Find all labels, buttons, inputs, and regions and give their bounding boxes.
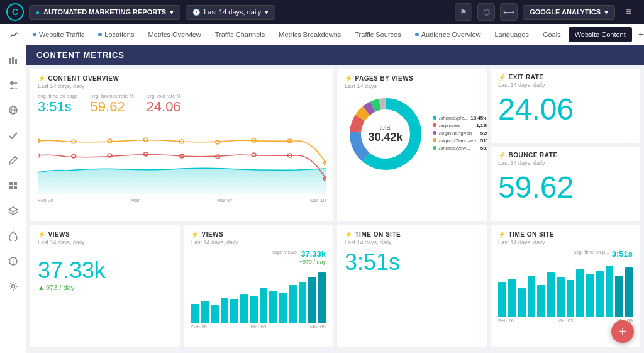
bar-item <box>576 269 584 317</box>
svg-point-19 <box>108 139 112 143</box>
sidebar-icon-info[interactable]: i <box>5 253 21 269</box>
bar-item <box>318 272 326 323</box>
sidebar-icon-grid[interactable] <box>5 177 21 194</box>
bar-item <box>557 277 565 317</box>
tab-traffic-sources[interactable]: Traffic Sources <box>348 27 407 42</box>
pages-row: /shared/p/z... 18.45k /61% <box>433 115 487 121</box>
tab-locations[interactable]: Locations <box>92 27 140 42</box>
tab-languages[interactable]: Languages <box>488 27 535 42</box>
svg-point-31 <box>216 155 220 159</box>
logo: C <box>6 3 24 21</box>
svg-point-4 <box>14 82 17 85</box>
content-area: CONTENT METRICS ⚡ CONTENT OVERVIEW Last … <box>26 45 644 353</box>
svg-point-22 <box>216 140 220 144</box>
tab-goals[interactable]: Goals <box>536 27 567 42</box>
tab-traffic-channels[interactable]: Traffic Channels <box>209 27 271 42</box>
exit-rate-card: ⚡ EXIT RATE Last 14 days, daily 24.06 <box>491 69 640 143</box>
sidebar-icon-settings[interactable] <box>5 278 21 294</box>
analytics-selector[interactable]: GOOGLE ANALYTICS ▾ <box>523 5 615 20</box>
bar-item <box>547 272 555 317</box>
exit-bounce-split: ⚡ EXIT RATE Last 14 days, daily 24.06 ⚡ … <box>491 69 640 221</box>
bounce-rate-value: 59.62 <box>498 172 633 203</box>
pages-row: /shared/yqw... 501 /2% <box>433 145 487 151</box>
chart-labels: Feb 26 Mar Mar 07 Mar 10 <box>38 198 326 203</box>
donut-chart: total 30.42k <box>345 93 426 175</box>
pages-table-left: /shared/p/z... 18.45k /61% /agencies 1,1… <box>433 115 487 153</box>
time-on-site-value: 3:51s <box>345 249 479 276</box>
tab-metrics-overview[interactable]: Metrics Overview <box>142 27 207 42</box>
time-bar-chart <box>498 260 633 317</box>
content-header: CONTENT METRICS <box>26 45 644 65</box>
svg-point-16 <box>11 285 14 288</box>
pages-row: /login?lang=en 526 /2% <box>433 130 487 136</box>
share-icon[interactable]: ⬡ <box>477 3 495 21</box>
bar-item <box>625 267 633 317</box>
svg-marker-13 <box>9 207 18 212</box>
svg-rect-10 <box>14 182 17 185</box>
bounce-rate-card: ⚡ BOUNCE RATE Last 14 days, daily 59.62 <box>491 147 640 221</box>
sidebar: i <box>0 45 26 353</box>
bounce-rate-title: ⚡ BOUNCE RATE <box>498 152 633 159</box>
bar-item <box>191 304 199 323</box>
sub-nav: Website Traffic Locations Metrics Overvi… <box>0 24 644 45</box>
views-chart-title: ⚡ VIEWS <box>191 231 326 238</box>
bar-item <box>537 285 545 317</box>
tab-metrics-breakdowns[interactable]: Metrics Breakdowns <box>272 27 347 42</box>
views-chart-card: ⚡ VIEWS Last 14 days, daily page views 3… <box>184 225 333 347</box>
bar-item <box>308 277 316 323</box>
avg-time-metric: avg. time on page 3:51s <box>38 93 78 115</box>
time-chart-labels: Feb 26 Mar 03 Mar 09 <box>498 318 633 323</box>
svg-rect-1 <box>12 57 14 64</box>
pages-by-views-title: ⚡ PAGES BY VIEWS <box>345 75 479 82</box>
sidebar-icon-check[interactable] <box>5 127 21 143</box>
bar-item <box>250 296 258 323</box>
bar-item <box>615 276 623 317</box>
sidebar-icon-layers[interactable] <box>5 203 21 219</box>
pages-by-views-card: ⚡ PAGES BY VIEWS Last 14 days <box>337 69 487 221</box>
svg-rect-12 <box>14 186 17 189</box>
report-selector[interactable]: ● AUTOMATED MARKETING REPORTS ▾ <box>29 5 180 20</box>
bar-item <box>299 282 307 323</box>
sidebar-icon-chart[interactable] <box>5 52 21 68</box>
tab-chart-icon[interactable] <box>4 27 25 42</box>
bar-item <box>201 301 209 323</box>
date-selector[interactable]: 🕐 Last 14 days, daily ▾ <box>186 5 275 20</box>
views-number-title: ⚡ VIEWS <box>38 231 172 238</box>
pages-row: /signup?lang=en 517 /2% <box>433 138 487 143</box>
fab-button[interactable]: + <box>611 320 634 343</box>
hamburger-menu[interactable]: ≡ <box>620 3 638 21</box>
bar-item <box>221 298 229 323</box>
time-on-site-title: ⚡ TIME ON SITE <box>345 231 479 238</box>
pages-row: /agencies 1,198 /4% <box>433 123 487 128</box>
svg-rect-9 <box>9 182 13 185</box>
bar-item <box>567 280 575 317</box>
main-layout: i CONTENT METRICS ⚡ CONTENT OVERVIEW Las… <box>0 45 644 353</box>
bar-item <box>260 288 268 323</box>
sidebar-icon-droplet[interactable] <box>5 228 21 244</box>
tab-audience-overview[interactable]: Audience Overview <box>409 27 487 42</box>
bar-item <box>211 305 219 323</box>
content-overview-subtitle: Last 14 days, daily <box>38 83 326 89</box>
bar-item <box>508 279 516 317</box>
donut-container: total 30.42k /shared/p/z... 18.45k /61% <box>345 93 479 175</box>
sidebar-icon-users[interactable] <box>5 77 21 93</box>
bookmark-icon[interactable]: ⚑ <box>455 3 472 21</box>
bar-item <box>230 299 238 323</box>
tab-website-traffic[interactable]: Website Traffic <box>26 27 91 42</box>
exit-rate-title: ⚡ EXIT RATE <box>498 74 633 81</box>
exit-rate-value: 24.06 <box>498 94 633 125</box>
add-tab-button[interactable]: + <box>633 26 644 43</box>
connect-icon[interactable]: ⟷ <box>500 3 518 21</box>
views-bar-chart <box>191 266 326 323</box>
bar-item <box>240 294 248 323</box>
tab-website-content[interactable]: Website Content <box>569 27 632 42</box>
content-overview-card: ⚡ CONTENT OVERVIEW Last 14 days, daily a… <box>30 69 333 221</box>
spark-icon: ⚡ <box>38 75 46 82</box>
sidebar-icon-globe[interactable] <box>5 102 21 118</box>
svg-point-3 <box>10 81 14 85</box>
sidebar-icon-pencil[interactable] <box>5 152 21 169</box>
content-overview-chart <box>38 119 326 194</box>
time-chart-title: ⚡ TIME ON SITE <box>498 231 633 238</box>
svg-rect-2 <box>15 59 17 64</box>
views-number-card: ⚡ VIEWS Last 14 days, daily 37.33k ▲ 973… <box>30 225 180 347</box>
